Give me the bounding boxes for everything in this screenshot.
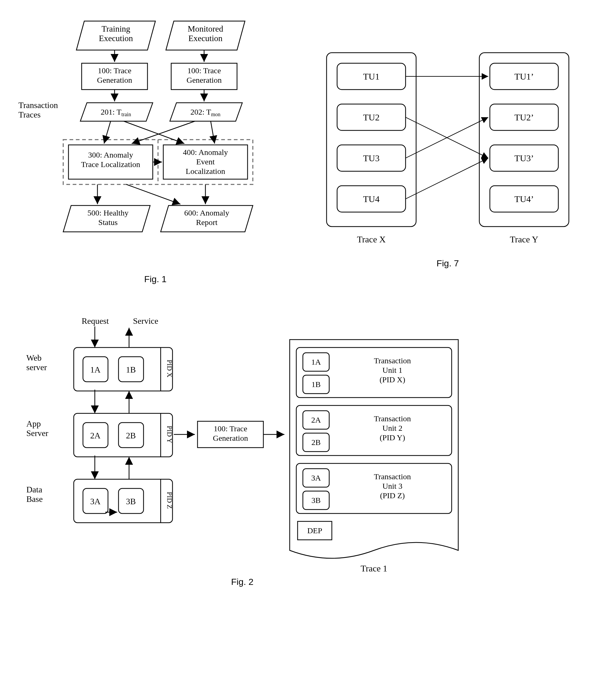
dep-text: DEP	[307, 526, 322, 535]
service-label: Service	[133, 316, 158, 326]
fig1-caption: Fig. 1	[11, 274, 300, 284]
arrow-icon	[132, 121, 195, 143]
ael-node: 400: AnomalyEventLocalization	[163, 145, 247, 179]
atl-node: 300: AnomalyTrace Localization	[68, 145, 153, 179]
request-label: Request	[82, 316, 109, 326]
svg-text:2B: 2B	[311, 438, 321, 446]
t-mon-node: 202: Tmon	[170, 103, 242, 121]
fig2-caption: Fig. 2	[11, 577, 474, 587]
trace-gen-right-node: 100: TraceGeneration	[171, 63, 237, 89]
pidx-label: PID X	[166, 360, 173, 377]
pidz-label: PID Z	[166, 492, 173, 509]
tracex-node-2-label: TU3	[363, 153, 379, 163]
tracey-node-1-label: TU2’	[514, 113, 534, 122]
arrow-icon	[126, 184, 181, 204]
fig7-caption: Fig. 7	[316, 258, 579, 269]
tracex-label: Trace X	[357, 235, 386, 244]
tracex-node-3-label: TU4	[363, 194, 379, 204]
tracey-label: Trace Y	[510, 235, 538, 244]
monitored-execution-l1: MonitoredExecution	[188, 24, 223, 43]
cell-label-1B: 1B	[126, 365, 136, 374]
pidy-label: PID Y	[166, 426, 173, 443]
fig1-container: TrainingExecution MonitoredExecution 100…	[11, 11, 300, 284]
svg-text:3B: 3B	[311, 496, 321, 505]
cell-label-2B: 2B	[126, 431, 136, 440]
database-label: DataBase	[26, 485, 42, 504]
svg-text:3A: 3A	[311, 473, 321, 482]
fig7-svg: TU1TU2TU3TU4TU1’TU2’TU3’TU4’ Trace X Tra…	[316, 42, 579, 258]
cell-label-1A: 1A	[90, 365, 100, 374]
arrow-icon	[104, 121, 110, 143]
cell-label-2A: 2A	[90, 431, 100, 440]
mapping-arrow-icon	[406, 158, 488, 199]
tracex-node-1-label: TU2	[363, 113, 379, 122]
fig1-svg: TrainingExecution MonitoredExecution 100…	[11, 11, 300, 274]
transaction-traces-label: TransactionTraces	[18, 100, 58, 119]
svg-text:1A: 1A	[311, 357, 321, 366]
trace1-label: Trace 1	[361, 563, 388, 573]
report-node: 600: AnomalyReport	[161, 205, 253, 232]
monitored-execution-node: MonitoredExecution	[166, 21, 245, 50]
healthy-node: 500: HealthyStatus	[63, 205, 150, 232]
arrow-icon	[124, 121, 184, 143]
training-execution-node: TrainingExecution	[76, 21, 155, 50]
tracey-node-0-label: TU1’	[514, 72, 534, 81]
tracey-node-3-label: TU4’	[514, 194, 534, 204]
training-execution-l1: TrainingExecution	[99, 24, 133, 43]
svg-text:2A: 2A	[311, 416, 321, 424]
trace1-doc: 1A1BTransactionUnit 1(PID X)2A2BTransact…	[290, 340, 458, 558]
tracey-node-2-label: TU3’	[514, 153, 534, 163]
webserver-label: Webserver	[26, 353, 47, 372]
t-train-node: 201: Ttrain	[80, 103, 153, 121]
tracex-node-0-label: TU1	[363, 72, 379, 81]
svg-text:1B: 1B	[311, 380, 321, 389]
fig2-svg: Request Service Webserver AppServer Data…	[11, 308, 474, 577]
cell-label-3A: 3A	[90, 497, 100, 506]
appserver-label: AppServer	[26, 419, 49, 438]
fig7-container: TU1TU2TU3TU4TU1’TU2’TU3’TU4’ Trace X Tra…	[316, 42, 579, 269]
arrow-icon	[211, 121, 215, 143]
trace-gen-left-node: 100: TraceGeneration	[82, 63, 148, 89]
cell-label-3B: 3B	[126, 497, 136, 506]
fig2-container: Request Service Webserver AppServer Data…	[11, 308, 605, 587]
